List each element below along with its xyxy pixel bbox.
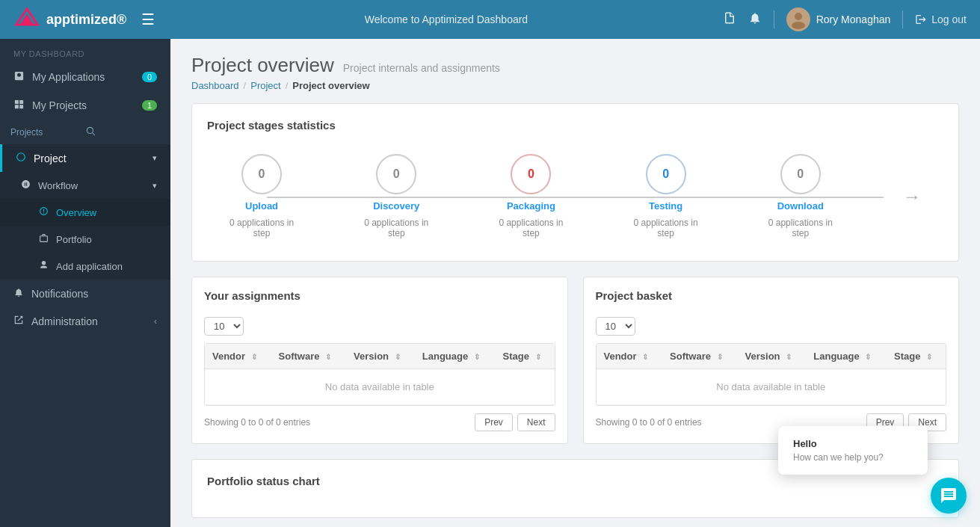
pipeline-circle-upload: 0 xyxy=(241,154,282,194)
nav-divider2 xyxy=(902,10,903,28)
nav-divider xyxy=(774,10,774,28)
user-menu[interactable]: Rory Monaghan xyxy=(786,7,891,31)
basket-no-data: No data available in table xyxy=(597,369,946,405)
pipeline-step-upload[interactable]: 0 Upload 0 applications instep xyxy=(229,154,294,238)
basket-no-data-row: No data available in table xyxy=(597,369,946,405)
sidebar-item-portfolio[interactable]: Portfolio xyxy=(0,226,170,253)
breadcrumb-project[interactable]: Project xyxy=(250,80,280,91)
page-title-row: Project overview Project internals and a… xyxy=(191,54,959,77)
welcome-text: Welcome to Apptimized Dashboard xyxy=(170,13,722,25)
workflow-icon xyxy=(21,179,31,191)
search-icon[interactable] xyxy=(85,126,160,138)
projects-icon xyxy=(13,99,25,112)
page-title: Project overview xyxy=(191,54,334,77)
bell-icon[interactable] xyxy=(748,11,762,28)
projects-label: Projects xyxy=(10,127,85,138)
basket-table: Vendor ⇕ Software ⇕ Version ⇕ Language ⇕… xyxy=(597,344,946,405)
project-chevron-icon: ▾ xyxy=(152,153,157,163)
basket-col-stage[interactable]: Stage ⇕ xyxy=(887,344,946,369)
my-applications-badge: 0 xyxy=(142,72,157,82)
overview-icon xyxy=(39,206,49,218)
docs-icon[interactable] xyxy=(723,11,736,28)
breadcrumb-dashboard[interactable]: Dashboard xyxy=(191,80,239,91)
projects-header: Projects xyxy=(0,120,170,144)
sidebar-item-my-applications[interactable]: My Applications 0 xyxy=(0,63,170,91)
chat-popup: Hello How can we help you? xyxy=(778,426,928,475)
pipeline-step-testing[interactable]: 0 Testing 0 applications instep xyxy=(634,154,698,238)
administration-arrow-icon: ‹ xyxy=(154,316,157,327)
app-name: apptimized® xyxy=(46,12,126,28)
sidebar-label-overview: Overview xyxy=(56,207,96,218)
project-stages-card: Project stages statistics 0 Upload 0 app… xyxy=(191,103,959,262)
breadcrumb-sep2: / xyxy=(286,80,289,91)
col-stage[interactable]: Stage ⇕ xyxy=(496,344,555,369)
applications-icon xyxy=(13,70,25,84)
page-subtitle: Project internals and assignments xyxy=(343,62,500,74)
breadcrumb-sep1: / xyxy=(244,80,247,91)
assignments-table-wrap: Vendor ⇕ Software ⇕ Version ⇕ Language ⇕… xyxy=(204,343,555,406)
svg-line-5 xyxy=(93,133,95,135)
logo-icon xyxy=(13,6,40,33)
pipeline-sub-discovery: 0 applications instep xyxy=(364,218,428,238)
assignments-table: Vendor ⇕ Software ⇕ Version ⇕ Language ⇕… xyxy=(205,344,555,405)
pipeline-label-testing: Testing xyxy=(649,200,682,212)
basket-col-vendor[interactable]: Vendor ⇕ xyxy=(597,344,663,369)
assignments-controls: 102550 xyxy=(204,317,555,336)
basket-per-page[interactable]: 102550 xyxy=(596,317,635,336)
assignments-no-data: No data available in table xyxy=(205,369,555,405)
assignments-per-page[interactable]: 102550 xyxy=(204,317,244,336)
top-navigation: apptimized® ☰ Welcome to Apptimized Dash… xyxy=(0,0,980,39)
sidebar-item-notifications[interactable]: Notifications xyxy=(0,280,170,307)
basket-col-software[interactable]: Software ⇕ xyxy=(662,344,738,369)
svg-point-4 xyxy=(87,127,93,133)
user-name: Rory Monaghan xyxy=(816,13,891,25)
chat-sub: How can we help you? xyxy=(793,452,913,463)
sidebar-item-workflow[interactable]: Workflow ▾ xyxy=(0,172,170,199)
app-logo[interactable]: apptimized® xyxy=(13,6,126,33)
sidebar-workflow-section: Workflow ▾ Overview Portfolio xyxy=(0,172,170,280)
chat-button[interactable] xyxy=(931,478,967,514)
sidebar-item-overview[interactable]: Overview xyxy=(0,199,170,226)
sidebar-item-add-application[interactable]: Add application xyxy=(0,253,170,280)
pipeline-step-packaging[interactable]: 0 Packaging 0 applications instep xyxy=(499,154,563,238)
logout-button[interactable]: Log out xyxy=(915,13,967,25)
sidebar-label-project: Project xyxy=(34,152,67,164)
pipeline-step-download[interactable]: 0 Download 0 applications instep xyxy=(768,154,833,238)
basket-col-language[interactable]: Language ⇕ xyxy=(806,344,887,369)
basket-card: Project basket 102550 Vendor ⇕ Software … xyxy=(583,277,960,444)
pipeline: 0 Upload 0 applications instep 0 Discove… xyxy=(207,147,943,246)
sidebar-item-my-projects[interactable]: My Projects 1 xyxy=(0,91,170,120)
assignments-card: Your assignments 102550 Vendor ⇕ Softwar… xyxy=(191,277,568,444)
assignments-prev-button[interactable]: Prev xyxy=(475,413,513,431)
assignments-footer: Showing 0 to 0 of 0 entries Prev Next xyxy=(204,413,555,431)
assignments-title: Your assignments xyxy=(204,289,555,302)
project-stages-title: Project stages statistics xyxy=(207,119,943,132)
basket-table-wrap: Vendor ⇕ Software ⇕ Version ⇕ Language ⇕… xyxy=(596,343,947,406)
col-version[interactable]: Version ⇕ xyxy=(346,344,415,369)
page-header: Project overview Project internals and a… xyxy=(191,54,959,91)
sidebar-label-workflow: Workflow xyxy=(38,180,78,191)
svg-point-6 xyxy=(17,153,25,161)
col-software[interactable]: Software ⇕ xyxy=(271,344,347,369)
sidebar-item-administration[interactable]: Administration ‹ xyxy=(0,307,170,335)
pipeline-step-discovery[interactable]: 0 Discovery 0 applications instep xyxy=(364,154,428,238)
svg-point-3 xyxy=(792,22,805,29)
sidebar-item-project[interactable]: Project ▾ xyxy=(0,144,170,172)
col-language[interactable]: Language ⇕ xyxy=(415,344,496,369)
pipeline-sub-testing: 0 applications instep xyxy=(634,218,698,238)
breadcrumb-current: Project overview xyxy=(292,80,369,91)
portfolio-title: Portfolio status chart xyxy=(207,475,943,487)
pipeline-circle-discovery: 0 xyxy=(376,154,416,194)
workflow-chevron-icon: ▾ xyxy=(152,181,157,191)
administration-icon xyxy=(13,315,24,327)
assignments-next-button[interactable]: Next xyxy=(517,413,555,431)
assignments-showing: Showing 0 to 0 of 0 entries xyxy=(204,417,310,428)
col-vendor[interactable]: Vendor ⇕ xyxy=(205,344,271,369)
pipeline-sub-packaging: 0 applications instep xyxy=(499,218,563,238)
pipeline-circle-download: 0 xyxy=(780,154,821,194)
hamburger-menu[interactable]: ☰ xyxy=(141,10,155,28)
breadcrumb: Dashboard / Project / Project overview xyxy=(191,80,959,91)
basket-col-version[interactable]: Version ⇕ xyxy=(738,344,807,369)
project-circle-icon xyxy=(16,152,26,164)
sidebar-workflow-children: Overview Portfolio Add application xyxy=(0,199,170,280)
